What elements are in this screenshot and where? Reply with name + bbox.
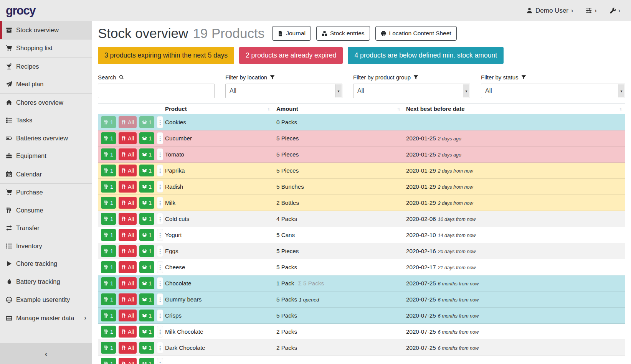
stock-entries-button[interactable]: Stock entries [316, 26, 370, 41]
row-menu-button[interactable]: ⋮ [157, 132, 163, 144]
sidebar-item-equipment[interactable]: Equipment [0, 147, 92, 165]
consume-all-button[interactable]: All [119, 116, 137, 128]
sidebar-item-manage-master-data[interactable]: Manage master data› [0, 309, 92, 327]
sidebar-collapse-button[interactable]: ‹ [0, 343, 92, 364]
row-menu-button[interactable]: ⋮ [157, 165, 163, 176]
col-amount[interactable]: Amount↑↓ [273, 104, 403, 114]
open-one-button[interactable]: 1 [139, 358, 154, 364]
consume-one-button[interactable]: 1 [101, 148, 116, 160]
journal-button[interactable]: Journal [272, 26, 311, 41]
alert-warning[interactable]: 3 products expiring within the next 5 da… [98, 47, 234, 64]
row-menu-button[interactable]: ⋮ [157, 277, 163, 289]
timeago-note: 2 days ago [438, 136, 461, 142]
location-content-sheet-button[interactable]: Location Content Sheet [375, 26, 457, 41]
consume-all-button[interactable]: All [119, 165, 137, 176]
consume-one-button[interactable]: 1 [101, 261, 116, 273]
sidebar-item-calendar[interactable]: Calendar [0, 165, 92, 183]
user-menu[interactable]: Demo User › [526, 7, 573, 15]
consume-all-button[interactable]: All [119, 342, 137, 354]
row-menu-button[interactable]: ⋮ [157, 293, 163, 305]
sidebar-item-purchase[interactable]: Purchase [0, 184, 92, 202]
open-one-button[interactable]: 1 [139, 261, 154, 273]
consume-one-button[interactable]: 1 [101, 245, 116, 257]
search-input[interactable] [98, 84, 215, 98]
row-menu-button[interactable]: ⋮ [157, 245, 163, 257]
consume-one-button[interactable]: 1 [101, 213, 116, 225]
consume-all-button[interactable]: All [119, 213, 137, 225]
row-menu-button[interactable]: ⋮ [157, 261, 163, 273]
alert-info[interactable]: 4 products are below defined min. stock … [348, 47, 504, 64]
consume-one-button[interactable]: 1 [101, 132, 116, 144]
consume-one-button[interactable]: 1 [101, 229, 116, 241]
consume-all-button[interactable]: All [119, 245, 137, 257]
sidebar-item-chore-tracking[interactable]: Chore tracking [0, 255, 92, 273]
open-one-button[interactable]: 1 [139, 245, 154, 257]
consume-one-button[interactable]: 1 [101, 197, 116, 209]
consume-one-button[interactable]: 1 [101, 326, 116, 338]
row-menu-button[interactable]: ⋮ [157, 197, 163, 209]
open-one-button[interactable]: 1 [139, 181, 154, 193]
sidebar-item-chores-overview[interactable]: Chores overview [0, 94, 92, 112]
open-one-button[interactable]: 1 [139, 310, 154, 321]
col-next-best-before-date[interactable]: Next best before date↑↓ [403, 104, 625, 114]
open-one-button[interactable]: 1 [139, 277, 154, 289]
consume-one-button[interactable]: 1 [101, 165, 116, 176]
row-menu-button[interactable]: ⋮ [157, 181, 163, 193]
sidebar-item-shopping-list[interactable]: Shopping list [0, 40, 92, 58]
row-menu-button[interactable]: ⋮ [157, 310, 163, 321]
row-menu-button[interactable]: ⋮ [157, 148, 163, 160]
consume-all-button[interactable]: All [119, 293, 137, 305]
location-filter-select[interactable]: All ▾ [225, 84, 342, 98]
alert-danger[interactable]: 2 products are already expired [239, 47, 343, 64]
sidebar-item-inventory[interactable]: Inventory [0, 237, 92, 255]
consume-all-button[interactable]: All [119, 181, 137, 193]
sidebar-item-consume[interactable]: Consume [0, 201, 92, 219]
consume-one-button[interactable]: 1 [101, 116, 116, 128]
consume-one-button[interactable]: 1 [101, 181, 116, 193]
open-one-button[interactable]: 1 [139, 116, 154, 128]
consume-all-button[interactable]: All [119, 310, 137, 321]
consume-all-button[interactable]: All [119, 277, 137, 289]
consume-all-button[interactable]: All [119, 148, 137, 160]
consume-all-button[interactable]: All [119, 261, 137, 273]
consume-all-button[interactable]: All [119, 326, 137, 338]
row-menu-button[interactable]: ⋮ [157, 326, 163, 338]
sidebar-item-stock-overview[interactable]: Stock overview [0, 21, 92, 39]
sidebar-item-example-userentity[interactable]: Example userentity [0, 291, 92, 309]
consume-all-button[interactable]: All [119, 358, 137, 364]
row-menu-button[interactable]: ⋮ [157, 229, 163, 241]
sidebar-item-recipes[interactable]: Recipes [0, 58, 92, 76]
consume-one-button[interactable]: 1 [101, 293, 116, 305]
open-one-button[interactable]: 1 [139, 229, 154, 241]
sidebar-item-meal-plan[interactable]: Meal plan [0, 76, 92, 94]
settings-menu[interactable]: › [585, 7, 596, 14]
open-one-button[interactable]: 1 [139, 132, 154, 144]
consume-one-button[interactable]: 1 [101, 277, 116, 289]
row-menu-button[interactable]: ⋮ [157, 213, 163, 225]
open-one-button[interactable]: 1 [139, 197, 154, 209]
app-logo[interactable]: grocy [6, 4, 35, 18]
row-menu-button[interactable]: ⋮ [157, 116, 163, 128]
open-one-button[interactable]: 1 [139, 165, 154, 176]
consume-one-button[interactable]: 1 [101, 310, 116, 321]
sidebar-item-batteries-overview[interactable]: Batteries overview [0, 129, 92, 147]
admin-menu[interactable]: › [609, 7, 620, 14]
product-group-filter-select[interactable]: All ▾ [353, 84, 470, 98]
open-one-button[interactable]: 1 [139, 326, 154, 338]
consume-all-button[interactable]: All [119, 132, 137, 144]
row-menu-button[interactable]: ⋮ [157, 342, 163, 354]
sidebar-item-transfer[interactable]: Transfer [0, 219, 92, 237]
row-menu-button[interactable]: ⋮ [157, 358, 163, 364]
consume-one-button[interactable]: 1 [101, 358, 116, 364]
sidebar-item-tasks[interactable]: Tasks [0, 112, 92, 130]
consume-one-button[interactable]: 1 [101, 342, 116, 354]
consume-all-button[interactable]: All [119, 197, 137, 209]
status-filter-select[interactable]: All ▾ [481, 84, 625, 98]
open-one-button[interactable]: 1 [139, 342, 154, 354]
open-one-button[interactable]: 1 [139, 293, 154, 305]
sidebar-item-battery-tracking[interactable]: Battery tracking [0, 273, 92, 291]
col-product[interactable]: Product↑↓ [162, 104, 273, 114]
open-one-button[interactable]: 1 [139, 213, 154, 225]
consume-all-button[interactable]: All [119, 229, 137, 241]
open-one-button[interactable]: 1 [139, 148, 154, 160]
